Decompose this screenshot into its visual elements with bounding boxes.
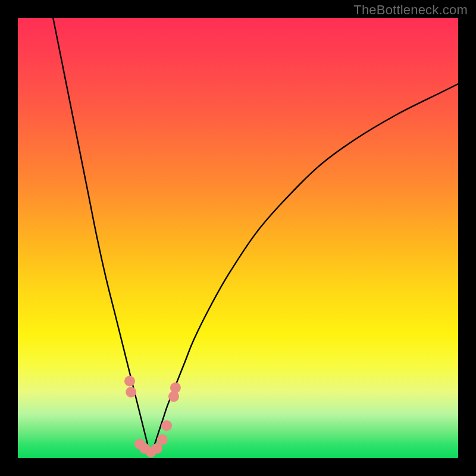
highlight-dot [157,434,168,445]
plot-area [18,18,458,458]
highlight-dot [124,376,135,387]
highlight-dot [170,383,181,393]
chart-frame: TheBottleneck.com [0,0,476,476]
watermark-text: TheBottleneck.com [353,2,468,18]
highlight-dot [168,391,179,402]
highlight-dot [126,387,136,397]
highlight-markers [18,18,458,458]
highlight-dot [161,420,172,431]
